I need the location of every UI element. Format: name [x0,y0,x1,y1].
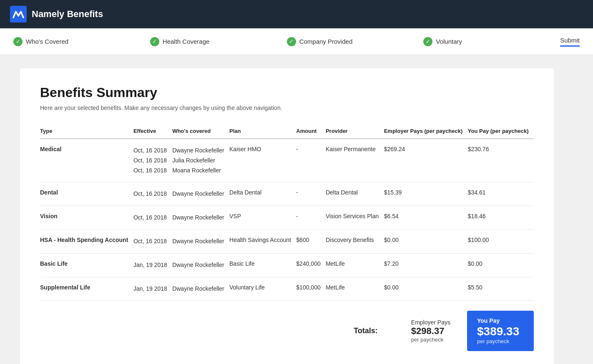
stepper-label-whos-covered: Who's Covered [26,38,68,45]
stepper-label-company-provided: Company Provided [299,38,353,45]
app-title: Namely Benefits [32,9,103,20]
cell-effective: Oct, 16 2018Oct, 16 2018Oct, 16 2018 [133,139,172,182]
cell-employer-pays: $0.00 [384,229,468,253]
you-pay-amount: $389.33 [477,325,524,338]
you-pay-label: You Pay [477,317,524,324]
cell-provider: MetLife [326,277,384,301]
check-icon-whos-covered: ✓ [13,37,23,46]
stepper-item-whos-covered[interactable]: ✓ Who's Covered [13,37,150,46]
cell-amount: - [296,139,326,182]
cell-type: Dental [40,182,133,206]
cell-employer-pays: $7.20 [384,253,468,277]
totals-row: Totals: Employer Pays $298.37 per payche… [40,311,534,351]
logo-container: Namely Benefits [10,6,103,22]
app-logo-icon [10,6,27,22]
stepper-item-health-coverage[interactable]: ✓ Health Coverage [150,37,287,46]
cell-you-pay: $34.61 [468,182,534,206]
table-row: HSA - Health Spending AccountOct, 16 201… [40,229,534,253]
cell-you-pay: $0.00 [468,253,534,277]
cell-whos-covered: Dwayne Rockefeller [172,182,229,206]
check-icon-health-coverage: ✓ [150,37,159,46]
col-header-effective: Effective [133,125,172,139]
cell-effective: Oct, 16 2018 [133,206,172,230]
cell-whos-covered: Dwayne Rockefeller [172,253,229,277]
you-pay-sub: per paycheck [477,338,524,344]
cell-whos-covered: Dwayne Rockefeller [172,229,229,253]
table-row: MedicalOct, 16 2018Oct, 16 2018Oct, 16 2… [40,139,534,182]
cell-you-pay: $18.46 [468,206,534,230]
cell-whos-covered: Dwayne RockefellerJulia RockefellerMoana… [172,139,229,182]
you-pay-box: You Pay $389.33 per paycheck [467,311,534,351]
cell-whos-covered: Dwayne Rockefeller [172,277,229,301]
cell-plan: Basic Life [229,253,296,277]
employer-pays-sub: per paycheck [411,337,450,343]
cell-provider: Delta Dental [326,182,384,206]
table-row: Supplemental LifeJan, 19 2018Dwayne Rock… [40,277,534,301]
table-row: DentalOct, 16 2018Dwayne RockefellerDelt… [40,182,534,206]
cell-effective: Jan, 19 2018 [133,253,172,277]
stepper-label-voluntary: Voluntary [436,38,462,45]
app-header: Namely Benefits [0,0,593,28]
cell-amount: $240,000 [296,253,326,277]
cell-type: Supplemental Life [40,277,133,301]
cell-type: Basic Life [40,253,133,277]
table-row: VisionOct, 16 2018Dwayne RockefellerVSP-… [40,206,534,230]
col-header-you-pay: You Pay (per paycheck) [468,125,534,139]
cell-type: Vision [40,206,133,230]
cell-provider: Discovery Benefits [326,229,384,253]
cell-plan: VSP [229,206,296,230]
svg-rect-0 [10,6,27,22]
table-row: Basic LifeJan, 19 2018Dwayne Rockefeller… [40,253,534,277]
cell-you-pay: $5.50 [468,277,534,301]
cell-amount: $100,000 [296,277,326,301]
cell-type: Medical [40,139,133,182]
submit-button[interactable]: Submit [560,37,580,47]
page-title: Benefits Summary [40,85,534,100]
cell-amount: - [296,206,326,230]
cell-plan: Kaiser HMO [229,139,296,182]
benefits-table: Type Effective Who's covered Plan Amount… [40,125,534,301]
cell-employer-pays: $15.39 [384,182,468,206]
cell-type: HSA - Health Spending Account [40,229,133,253]
employer-pays-amount: $298.37 [411,326,450,337]
page-subtitle: Here are your selected benefits. Make an… [40,105,534,111]
check-icon-company-provided: ✓ [287,37,296,46]
col-header-whos-covered: Who's covered [172,125,229,139]
cell-employer-pays: $269.24 [384,139,468,182]
main-content: Benefits Summary Here are your selected … [0,55,593,364]
stepper-nav: ✓ Who's Covered ✓ Health Coverage ✓ Comp… [0,28,593,55]
stepper-item-company-provided[interactable]: ✓ Company Provided [287,37,424,46]
cell-effective: Oct, 16 2018 [133,229,172,253]
cell-employer-pays: $0.00 [384,277,468,301]
col-header-amount: Amount [296,125,326,139]
employer-pays-label: Employer Pays [411,319,450,326]
check-icon-voluntary: ✓ [423,37,432,46]
cell-plan: Health Savings Account [229,229,296,253]
stepper-label-health-coverage: Health Coverage [163,38,210,45]
cell-provider: MetLife [326,253,384,277]
col-header-type: Type [40,125,133,139]
cell-effective: Jan, 19 2018 [133,277,172,301]
totals-label: Totals: [354,327,378,335]
cell-provider: Kaiser Permanente [326,139,384,182]
cell-effective: Oct, 16 2018 [133,182,172,206]
cell-you-pay: $100.00 [468,229,534,253]
cell-provider: Vision Services Plan [326,206,384,230]
col-header-plan: Plan [229,125,296,139]
cell-plan: Voluntary Life [229,277,296,301]
stepper-item-voluntary[interactable]: ✓ Voluntary [423,37,560,46]
cell-you-pay: $230.76 [468,139,534,182]
cell-plan: Delta Dental [229,182,296,206]
cell-amount: - [296,182,326,206]
col-header-provider: Provider [326,125,384,139]
table-header-row: Type Effective Who's covered Plan Amount… [40,125,534,139]
cell-employer-pays: $6.54 [384,206,468,230]
cell-amount: $600 [296,229,326,253]
col-header-employer-pays: Employer Pays (per paycheck) [384,125,468,139]
cell-whos-covered: Dwayne Rockefeller [172,206,229,230]
benefits-summary-card: Benefits Summary Here are your selected … [20,68,554,364]
employer-total-block: Employer Pays $298.37 per paycheck [411,319,450,343]
